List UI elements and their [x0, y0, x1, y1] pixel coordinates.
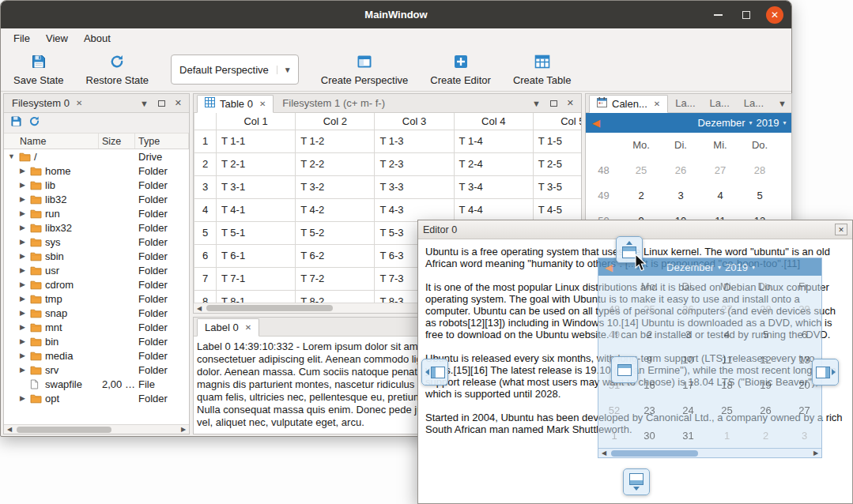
- expander-icon[interactable]: ▶: [18, 352, 27, 359]
- calendar-date[interactable]: 3: [661, 190, 700, 201]
- previous-month-button[interactable]: ◀: [592, 117, 600, 129]
- month-dropdown[interactable]: Dezember: [698, 117, 745, 129]
- calendar-date[interactable]: 26: [661, 164, 700, 176]
- expander-icon[interactable]: ▶: [18, 323, 27, 331]
- table-cell[interactable]: T 2-2: [296, 152, 375, 175]
- close-button[interactable]: ✕: [766, 6, 783, 24]
- create-table-button[interactable]: Create Table: [505, 51, 579, 89]
- close-icon[interactable]: ✕: [654, 100, 660, 108]
- year-button[interactable]: 2019: [757, 117, 779, 129]
- expander-icon[interactable]: ▶: [18, 238, 27, 246]
- column-header[interactable]: Col 2: [296, 113, 375, 130]
- tree-row[interactable]: ▶mediaFolder: [4, 348, 189, 363]
- calendar-date[interactable]: 4: [700, 190, 740, 201]
- tree-row[interactable]: ▶optFolder: [4, 391, 189, 405]
- menu-item-about[interactable]: About: [76, 30, 119, 47]
- column-header[interactable]: Col 3: [375, 113, 454, 130]
- calendar-date[interactable]: 28: [740, 164, 779, 176]
- tree-row[interactable]: ▶mntFolder: [4, 320, 189, 334]
- table-cell[interactable]: T 6-2: [296, 244, 375, 267]
- tree-row[interactable]: swapfile2,00 …File: [4, 377, 189, 391]
- column-header[interactable]: Col 5: [533, 113, 581, 130]
- expander-icon[interactable]: ▶: [18, 309, 27, 317]
- tree-row[interactable]: ▶tmpFolder: [4, 291, 189, 306]
- calendar-date[interactable]: 2: [621, 190, 661, 201]
- dock-indicator-top[interactable]: [616, 236, 643, 263]
- close-button[interactable]: ✕: [835, 224, 847, 235]
- tree-row[interactable]: ▶runFolder: [4, 206, 189, 220]
- tree-row[interactable]: ▶lib32Folder: [4, 192, 189, 206]
- expander-icon[interactable]: ▶: [18, 295, 27, 303]
- dock-indicator-left[interactable]: [421, 359, 448, 386]
- tab-label-0[interactable]: Label 0 ✕: [197, 318, 259, 337]
- expander-icon[interactable]: ▶: [18, 366, 27, 374]
- close-icon[interactable]: ✕: [259, 100, 266, 108]
- tree-row[interactable]: ▶cdromFolder: [4, 277, 189, 291]
- column-header[interactable]: Col 4: [454, 113, 533, 130]
- calendar-date[interactable]: 29: [779, 164, 791, 176]
- create-editor-button[interactable]: Create Editor: [422, 51, 499, 89]
- tab-right-3[interactable]: La...: [737, 94, 771, 112]
- table-cell[interactable]: T 8-2: [296, 290, 375, 303]
- table-cell[interactable]: T 3-2: [296, 175, 375, 198]
- dock-indicator-center[interactable]: [611, 356, 638, 383]
- create-perspective-button[interactable]: Create Perspective: [313, 51, 417, 89]
- tab-right-2[interactable]: La...: [703, 94, 737, 112]
- tab-table-0[interactable]: Table 0 ✕: [197, 95, 274, 113]
- expander-icon[interactable]: ▶: [18, 195, 27, 203]
- close-icon[interactable]: ✕: [563, 98, 578, 108]
- table-cell[interactable]: T 3-5: [533, 175, 581, 198]
- table-cell[interactable]: T 2-5: [533, 152, 581, 175]
- table-cell[interactable]: T 1-5: [533, 130, 581, 152]
- dock-indicator-right[interactable]: [812, 359, 839, 386]
- expander-icon[interactable]: ▶: [18, 252, 27, 260]
- table-cell[interactable]: T 3-1: [217, 175, 296, 198]
- row-number[interactable]: 7: [194, 267, 217, 290]
- table-cell[interactable]: T 1-2: [296, 130, 375, 152]
- row-number[interactable]: 2: [194, 152, 217, 175]
- table-cell[interactable]: T 8-1: [217, 290, 296, 303]
- row-number[interactable]: 6: [194, 244, 217, 267]
- table-cell[interactable]: T 2-1: [217, 152, 296, 175]
- scroll-left-icon[interactable]: ◀: [194, 305, 205, 312]
- expander-icon[interactable]: ▶: [18, 209, 27, 217]
- float-icon[interactable]: [546, 100, 561, 107]
- calendar-date[interactable]: 6: [779, 190, 791, 201]
- calendar-date[interactable]: 27: [700, 164, 740, 176]
- tree-row[interactable]: ▼/Drive: [4, 149, 189, 164]
- save-icon[interactable]: [10, 115, 22, 130]
- table-cell[interactable]: T 4-4: [454, 198, 533, 221]
- close-icon[interactable]: ✕: [171, 98, 186, 108]
- scrollbar-thumb[interactable]: [17, 427, 111, 433]
- minimize-button[interactable]: [709, 6, 727, 24]
- table-cell[interactable]: T 4-5: [533, 198, 581, 221]
- table-cell[interactable]: T 7-2: [296, 267, 375, 290]
- row-number[interactable]: 1: [194, 130, 217, 152]
- scrollbar-thumb[interactable]: [206, 305, 333, 311]
- column-header-type[interactable]: Type: [135, 134, 189, 149]
- tree-row[interactable]: ▶usrFolder: [4, 263, 189, 277]
- expander-icon[interactable]: ▶: [18, 337, 27, 345]
- chevron-down-icon[interactable]: ▼: [774, 99, 791, 108]
- float-icon[interactable]: [154, 100, 169, 107]
- table-cell[interactable]: T 4-3: [375, 198, 454, 221]
- tree-row[interactable]: ▶libFolder: [4, 178, 189, 192]
- filesystem-panel-tab[interactable]: Filesystem 0 ✕: [7, 97, 87, 109]
- expander-icon[interactable]: ▶: [18, 266, 27, 274]
- scroll-left-icon[interactable]: ◀: [4, 426, 15, 433]
- menu-item-view[interactable]: View: [38, 30, 76, 47]
- table-cell[interactable]: T 7-1: [217, 267, 296, 290]
- tree-row[interactable]: ▶homeFolder: [4, 164, 189, 178]
- table-cell[interactable]: T 3-3: [375, 175, 454, 198]
- expander-icon[interactable]: ▶: [18, 394, 27, 402]
- column-header[interactable]: Col 1: [217, 113, 296, 130]
- menu-item-file[interactable]: File: [6, 30, 38, 47]
- expander-icon[interactable]: ▶: [18, 167, 27, 175]
- calendar-date[interactable]: 25: [621, 164, 661, 176]
- tree-row[interactable]: ▶libx32Folder: [4, 220, 189, 235]
- dock-indicator-bottom[interactable]: [623, 468, 650, 495]
- tree-row[interactable]: ▶srvFolder: [4, 363, 189, 377]
- filesystem-hscrollbar[interactable]: ◀ ▶: [4, 424, 189, 434]
- table-cell[interactable]: T 3-4: [454, 175, 533, 198]
- save-state-button[interactable]: Save State: [6, 51, 72, 89]
